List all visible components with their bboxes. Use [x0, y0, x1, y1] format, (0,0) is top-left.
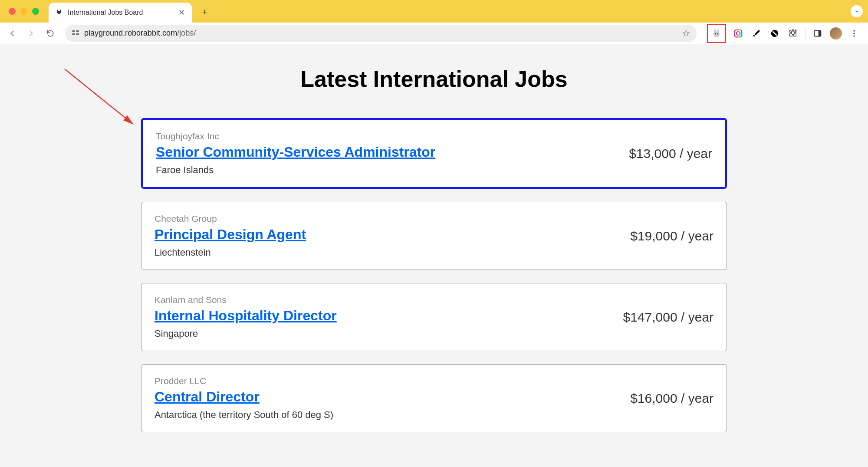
site-info-icon[interactable]	[71, 28, 80, 39]
bookmark-star-icon[interactable]: ☆	[682, 28, 690, 39]
job-card[interactable]: Toughjoyfax Inc Senior Community-Service…	[141, 118, 727, 189]
job-location: Liechtenstein	[155, 247, 306, 258]
job-title-link[interactable]: Internal Hospitality Director	[155, 308, 337, 324]
job-card[interactable]: Cheetah Group Principal Design Agent Lie…	[141, 202, 727, 270]
no-symbol-extension-icon[interactable]	[769, 27, 781, 39]
job-title-link[interactable]: Senior Community-Services Administrator	[156, 144, 435, 160]
window-maximize-button[interactable]	[32, 8, 39, 15]
browser-toolbar: playground.roborabbit.com/jobs/ ☆	[0, 23, 868, 44]
instagram-extension-icon[interactable]	[732, 27, 744, 39]
job-location: Faroe Islands	[156, 164, 435, 176]
page-content: Latest International Jobs Toughjoyfax In…	[0, 44, 868, 454]
nav-reload-button[interactable]	[43, 26, 58, 41]
job-location: Singapore	[155, 328, 337, 339]
title-bar: International Jobs Board ✕ +	[0, 0, 868, 23]
svg-point-10	[736, 31, 740, 35]
browser-tab[interactable]: International Jobs Board ✕	[49, 3, 192, 23]
nav-forward-button[interactable]	[23, 26, 39, 41]
tabs-dropdown-button[interactable]	[851, 5, 863, 17]
url-bar[interactable]: playground.roborabbit.com/jobs/ ☆	[65, 25, 697, 42]
page-heading: Latest International Jobs	[0, 66, 868, 92]
side-panel-icon[interactable]	[812, 27, 824, 39]
job-salary: $16,000 / year	[630, 391, 713, 406]
tab-favicon-icon	[55, 8, 63, 17]
job-card[interactable]: Kanlam and Sons Internal Hospitality Dir…	[141, 283, 727, 351]
toolbar-divider	[805, 28, 806, 39]
window-close-button[interactable]	[9, 8, 16, 15]
tabs-region: International Jobs Board ✕ +	[49, 0, 213, 23]
job-details: Kanlam and Sons Internal Hospitality Dir…	[155, 295, 337, 339]
roborabbit-extension-icon[interactable]	[707, 24, 726, 43]
job-salary: $13,000 / year	[629, 146, 712, 161]
jobs-list: Toughjoyfax Inc Senior Community-Service…	[141, 118, 727, 432]
svg-point-15	[853, 30, 855, 31]
new-tab-button[interactable]: +	[197, 4, 213, 20]
svg-point-5	[714, 29, 716, 33]
tab-title: International Jobs Board	[68, 9, 173, 16]
svg-point-8	[717, 33, 719, 34]
job-location: Antarctica (the territory South of 60 de…	[155, 409, 333, 421]
svg-point-7	[715, 33, 716, 34]
url-text: playground.roborabbit.com/jobs/	[84, 29, 677, 38]
extensions-menu-icon[interactable]	[787, 27, 799, 39]
svg-rect-2	[76, 30, 79, 32]
svg-point-6	[717, 29, 719, 33]
color-picker-extension-icon[interactable]	[750, 27, 763, 39]
job-details: Cheetah Group Principal Design Agent Lie…	[155, 214, 306, 258]
job-company: Prodder LLC	[155, 376, 333, 386]
job-salary: $19,000 / year	[630, 229, 713, 243]
job-salary: $147,000 / year	[623, 310, 714, 325]
svg-point-16	[853, 33, 855, 34]
svg-rect-0	[72, 30, 75, 32]
job-card[interactable]: Prodder LLC Central Director Antarctica …	[141, 364, 727, 432]
svg-rect-3	[76, 33, 79, 34]
svg-rect-1	[72, 33, 75, 34]
svg-rect-9	[735, 30, 742, 37]
browser-chrome: International Jobs Board ✕ + playground.…	[0, 0, 868, 44]
job-company: Cheetah Group	[155, 214, 306, 224]
nav-back-button[interactable]	[4, 26, 20, 41]
window-minimize-button[interactable]	[20, 8, 27, 15]
profile-avatar[interactable]	[830, 27, 842, 39]
job-details: Toughjoyfax Inc Senior Community-Service…	[156, 131, 435, 176]
browser-menu-icon[interactable]	[848, 27, 860, 39]
tab-close-icon[interactable]: ✕	[177, 8, 186, 17]
job-company: Toughjoyfax Inc	[156, 131, 435, 141]
job-company: Kanlam and Sons	[155, 295, 337, 305]
svg-point-11	[753, 35, 755, 36]
extension-icons	[704, 24, 864, 43]
svg-point-17	[853, 35, 855, 36]
job-details: Prodder LLC Central Director Antarctica …	[155, 376, 333, 421]
window-controls	[9, 8, 39, 15]
job-title-link[interactable]: Central Director	[155, 389, 333, 405]
svg-rect-14	[819, 30, 821, 36]
job-title-link[interactable]: Principal Design Agent	[155, 227, 306, 243]
